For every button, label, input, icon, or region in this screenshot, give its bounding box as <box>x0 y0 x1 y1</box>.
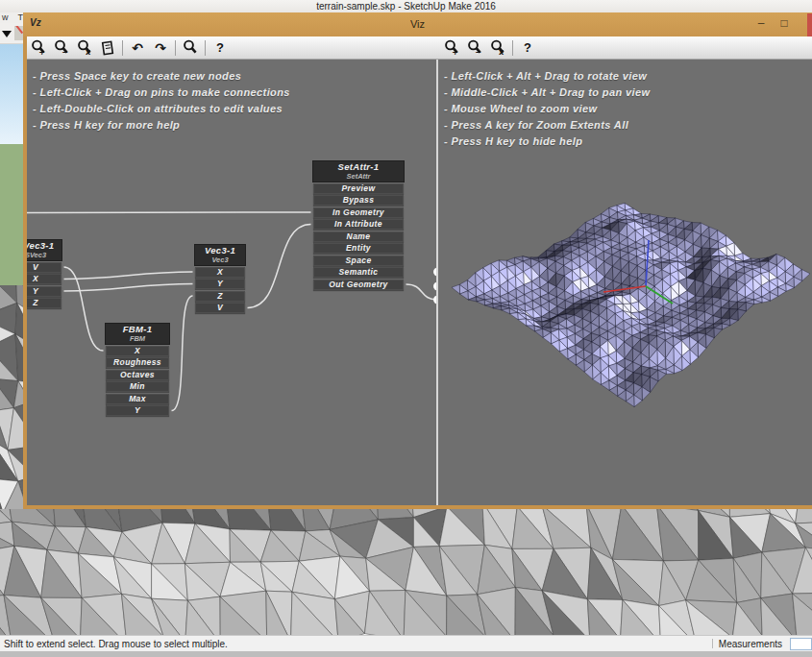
zoom-in-icon-button[interactable]: + <box>440 37 463 59</box>
toolbar-separator <box>175 40 176 56</box>
node-attribute-semantic[interactable]: Semantic <box>313 267 404 278</box>
help-icon-button[interactable]: ? <box>209 37 232 59</box>
node-attribute-space[interactable]: Space <box>313 256 404 266</box>
node-subtitle: FBM <box>106 334 169 343</box>
zoom-reset-icon-button[interactable]: x <box>73 37 96 59</box>
node-setattr[interactable]: SetAttr-1SetAttrPreviewBypassIn Geometry… <box>313 161 404 291</box>
help-line: - Left-Double-Click on attributes to edi… <box>33 101 290 117</box>
node-editor-help: - Press Space key to create new nodes- L… <box>33 68 290 134</box>
help-icon-button[interactable]: ? <box>516 37 539 59</box>
node-attribute-v[interactable]: V <box>195 303 245 313</box>
node-attribute-min[interactable]: Min <box>106 381 169 392</box>
node-attribute-v[interactable]: V <box>27 262 62 273</box>
node-header[interactable]: SetAttr-1SetAttr <box>313 161 404 182</box>
node-fbm[interactable]: FBM-1FBMXRoughnessOctavesMinMaxY <box>106 324 169 418</box>
undo-icon-button[interactable]: ↶ <box>126 37 149 59</box>
dropdown-arrow-icon[interactable] <box>2 31 12 37</box>
toolbar-separator <box>512 40 513 56</box>
sketchup-terrain-mesh[interactable] <box>0 509 812 635</box>
node-attribute-preview[interactable]: Preview <box>313 183 404 194</box>
viewport-sky <box>0 44 23 144</box>
help-line: - Mouse Wheel to zoom view <box>444 101 650 117</box>
node-attribute-octaves[interactable]: Octaves <box>106 370 169 380</box>
menu-fragment-text: w <box>2 12 9 23</box>
help-line: - Left-Click + Alt + Drag to rotate view <box>444 68 650 85</box>
help-line: - Middle-Click + Alt + Drag to pan view <box>444 85 650 101</box>
screen: terrain-sample.skp - SketchUp Make 2016 … <box>0 0 812 657</box>
node-title: SVec3-1 <box>27 241 62 251</box>
menu-bar-fragment[interactable]: w T <box>0 12 23 23</box>
maximize-button[interactable]: □ <box>774 12 795 36</box>
node-attribute-x[interactable]: X <box>106 346 169 356</box>
zoom-in-icon-button[interactable]: + <box>27 37 50 59</box>
help-line: - Press Space key to create new nodes <box>33 68 290 85</box>
help-icon: ? <box>216 40 224 55</box>
help-line: - Press H key for more help <box>33 117 290 134</box>
new-page-icon-button[interactable] <box>96 37 119 59</box>
node-attribute-in-geometry[interactable]: In Geometry <box>313 207 404 218</box>
edge-pin[interactable] <box>433 268 436 277</box>
zoom-reset-icon-button[interactable]: x <box>486 37 509 59</box>
node-attribute-max[interactable]: Max <box>106 394 169 404</box>
node-attribute-z[interactable]: Z <box>195 291 245 302</box>
app-title: terrain-sample.skp - SketchUp Make 2016 <box>316 1 496 12</box>
node-header[interactable]: FBM-1FBM <box>106 324 169 344</box>
app-titlebar: terrain-sample.skp - SketchUp Make 2016 <box>0 0 812 12</box>
minimize-button[interactable]: – <box>750 12 772 36</box>
measurements-label: Measurements <box>719 639 782 649</box>
edge-pin[interactable] <box>433 282 436 291</box>
toolbar-group-right: +−x? <box>440 36 539 59</box>
node-subtitle: SVec3 <box>27 251 62 259</box>
node-attribute-x[interactable]: X <box>195 267 245 278</box>
node-attribute-y[interactable]: Y <box>106 405 169 416</box>
node-attribute-roughness[interactable]: Roughness <box>106 357 169 368</box>
node-attribute-in-attribute[interactable]: In Attribute <box>313 219 404 230</box>
viz-toolbar: +−x↶↷? +−x? <box>27 36 812 60</box>
svg-text:−: − <box>62 48 68 57</box>
viewport-terrain-fragment <box>0 285 23 519</box>
node-attribute-z[interactable]: Z <box>27 298 62 308</box>
toolbar-fragment[interactable] <box>0 23 23 44</box>
help-line: - Left-Click + Drag on pins to make conn… <box>33 85 290 101</box>
node-vec3[interactable]: Vec3-1Vec3XYZV <box>195 245 245 315</box>
node-attribute-name[interactable]: Name <box>313 231 404 242</box>
help-line: - Press H key to hide help <box>444 134 650 150</box>
node-subtitle: Vec3 <box>195 256 245 264</box>
status-divider <box>712 639 713 648</box>
svg-text:x: x <box>86 48 91 57</box>
viz-window-title: Viz <box>23 12 812 36</box>
node-header[interactable]: SVec3-1SVec3 <box>27 240 62 260</box>
node-attribute-entity[interactable]: Entity <box>313 243 404 254</box>
node-editor-panel[interactable]: - Press Space key to create new nodes- L… <box>27 60 436 505</box>
preview-3d-panel[interactable]: - Left-Click + Alt + Drag to rotate view… <box>438 60 812 505</box>
node-attribute-x[interactable]: X <box>27 274 62 284</box>
taskbar-edge <box>0 651 812 657</box>
node-title: FBM-1 <box>106 325 169 334</box>
node-attribute-bypass[interactable]: Bypass <box>313 195 404 206</box>
node-header[interactable]: Vec3-1Vec3 <box>195 245 245 265</box>
close-button[interactable] <box>807 13 812 36</box>
toolbar-separator <box>205 40 206 56</box>
svg-text:+: + <box>38 48 45 57</box>
zoom-out-icon-button[interactable]: − <box>50 37 73 59</box>
edge-pin[interactable] <box>433 296 436 304</box>
status-hint: Shift to extend select. Drag mouse to se… <box>0 639 706 649</box>
viz-body: - Press Space key to create new nodes- L… <box>27 60 812 505</box>
measurements-input[interactable] <box>790 638 812 650</box>
line-tool-icon[interactable] <box>14 26 23 40</box>
search-icon-button[interactable] <box>179 37 202 59</box>
node-attribute-y[interactable]: Y <box>195 279 245 289</box>
node-svec3[interactable]: SVec3-1SVec3VXYZ <box>27 240 62 310</box>
preview-help: - Left-Click + Alt + Drag to rotate view… <box>444 68 650 150</box>
status-bar: Shift to extend select. Drag mouse to se… <box>0 635 812 651</box>
zoom-out-icon-button[interactable]: − <box>463 37 486 59</box>
help-icon: ? <box>524 40 531 55</box>
node-title: SetAttr-1 <box>313 162 404 172</box>
viz-titlebar[interactable]: Vz Viz – □ <box>23 12 812 36</box>
node-attribute-y[interactable]: Y <box>27 286 62 297</box>
svg-text:+: + <box>452 48 458 57</box>
toolbar-separator <box>122 40 123 56</box>
redo-icon-button[interactable]: ↷ <box>149 37 172 59</box>
node-subtitle: SetAttr <box>313 172 404 181</box>
node-attribute-out-geometry[interactable]: Out Geometry <box>313 280 404 290</box>
